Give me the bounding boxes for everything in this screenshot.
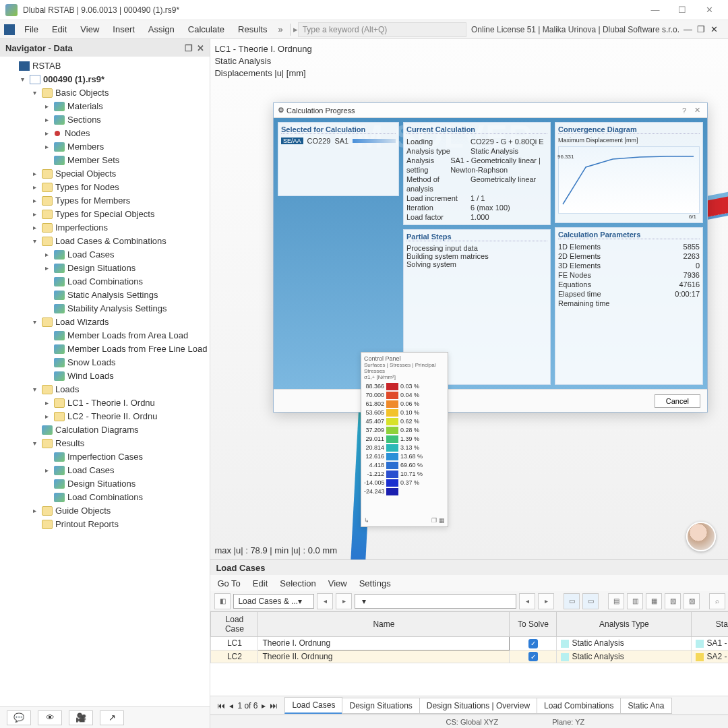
nav-tab-3[interactable]: 🎥 xyxy=(69,710,93,725)
minimize-button[interactable]: — xyxy=(642,5,669,15)
tree-item[interactable]: Calculation Diagrams xyxy=(5,423,210,437)
license-info: Online License 51 | Malika Urinova | Dlu… xyxy=(471,25,684,34)
combo-2[interactable]: ▾ xyxy=(355,594,516,609)
tb-right-icon[interactable]: ▸ xyxy=(538,593,554,609)
tree-item[interactable]: ▾Basic Objects xyxy=(5,86,210,100)
nav-tab-2[interactable]: 👁 xyxy=(38,710,62,725)
tree-item[interactable]: ▾Load Wizards xyxy=(5,315,210,329)
close-button[interactable]: ✕ xyxy=(696,5,723,15)
cancel-button[interactable]: Cancel xyxy=(655,394,700,408)
menu-calculate[interactable]: Calculate xyxy=(181,24,231,34)
bp-menu-selection[interactable]: Selection xyxy=(280,578,315,588)
tb-sel1-icon[interactable]: ▭ xyxy=(564,593,580,609)
menu-more[interactable]: » xyxy=(274,24,286,34)
prev-combo-icon[interactable]: ◂ xyxy=(317,593,333,609)
panel-toolbar: ◧ Load Cases & ... ▾ ◂ ▸ ▾ ◂ ▸ ▭ ▭ ▤ ▥ ▦… xyxy=(210,591,728,611)
table-row[interactable]: LC2Theorie II. Ordnung✓Static AnalysisSA… xyxy=(211,650,728,663)
bp-menu-edit[interactable]: Edit xyxy=(253,578,268,588)
legend-restore-icon[interactable]: ❐ xyxy=(431,517,437,524)
workspace-close-icon[interactable]: ✕ xyxy=(710,24,724,34)
menu-edit[interactable]: Edit xyxy=(45,24,73,34)
titlebar: Dlubal RSTAB | 9.06.0013 | 000490 (1).rs… xyxy=(0,0,728,20)
tree-item[interactable]: Design Situations xyxy=(5,477,210,491)
load-cases-grid[interactable]: Load Case Name To Solve Analysis Type St… xyxy=(210,611,728,696)
tb-f-icon[interactable]: ⌕ xyxy=(709,593,725,609)
dialog-help-icon[interactable]: ? xyxy=(677,107,692,115)
tree-item[interactable]: ▸Members xyxy=(5,140,210,154)
menu-insert[interactable]: Insert xyxy=(106,24,142,34)
menu-assign[interactable]: Assign xyxy=(142,24,181,34)
user-avatar[interactable] xyxy=(686,522,716,551)
tree-item[interactable]: ▸LC2 - Theorie II. Ordnu xyxy=(5,410,210,423)
tree-item[interactable]: Load Combinations xyxy=(5,275,210,289)
prev-icon[interactable]: ◂ xyxy=(229,701,233,710)
tree-item[interactable]: ▾Results xyxy=(5,437,210,450)
next-combo-icon[interactable]: ▸ xyxy=(336,593,352,609)
tree-item[interactable]: Wind Loads xyxy=(5,369,210,383)
tree-item[interactable]: Static Analysis Settings xyxy=(5,289,210,302)
toolbar-icon[interactable]: ◧ xyxy=(214,593,231,609)
tree-item[interactable]: ▸LC1 - Theorie I. Ordnu xyxy=(5,396,210,410)
workspace-restore-icon[interactable]: ❐ xyxy=(697,24,710,34)
tree-item[interactable]: ▸Types for Members xyxy=(5,194,210,208)
control-panel[interactable]: Control Panel Surfaces | Stresses | Prin… xyxy=(361,352,448,527)
first-icon[interactable]: ⏮ xyxy=(217,701,225,710)
tb-b-icon[interactable]: ▥ xyxy=(627,593,643,609)
legend-tool-icon[interactable]: ↳ xyxy=(364,517,369,524)
tab-design-situations[interactable]: Design Situations xyxy=(342,698,419,714)
tree-item[interactable]: Member Sets xyxy=(5,154,210,167)
tree-item[interactable]: ▸Load Cases xyxy=(5,464,210,477)
last-icon[interactable]: ⏭ xyxy=(270,701,278,710)
tb-a-icon[interactable]: ▤ xyxy=(608,593,624,609)
tab-load-cases[interactable]: Load Cases xyxy=(284,697,342,714)
dialog-close-icon[interactable]: ✕ xyxy=(692,106,703,115)
tree-item[interactable]: ▾Loads xyxy=(5,383,210,396)
workspace-min-icon[interactable]: — xyxy=(684,24,697,34)
table-row[interactable]: LC1Theorie I. Ordnung✓Static AnalysisSA1… xyxy=(211,637,728,650)
nav-tab-1[interactable]: 💬 xyxy=(7,710,31,725)
next-icon[interactable]: ▸ xyxy=(262,701,266,710)
panel-pin-icon[interactable]: ❐ xyxy=(185,43,193,53)
menu-results[interactable]: Results xyxy=(231,24,274,34)
bp-menu-settings[interactable]: Settings xyxy=(359,578,391,588)
tree-item[interactable]: Imperfection Cases xyxy=(5,450,210,464)
tree-item[interactable]: ▸Special Objects xyxy=(5,167,210,181)
legend-settings-icon[interactable]: ▦ xyxy=(439,517,445,524)
menu-file[interactable]: File xyxy=(18,24,45,34)
navigator-header: Navigator - Data ❐✕ xyxy=(0,39,210,57)
navigator-tree[interactable]: RSTAB ▾000490 (1).rs9*▾Basic Objects▸Mat… xyxy=(0,57,210,706)
tree-item[interactable]: ▾Load Cases & Combinations xyxy=(5,235,210,248)
tree-item[interactable]: ▸Types for Nodes xyxy=(5,181,210,194)
tab-design-situations-overview[interactable]: Design Situations | Overview xyxy=(419,698,537,714)
tree-item[interactable]: ▸Imperfections xyxy=(5,221,210,235)
nav-tab-4[interactable]: ↗ xyxy=(100,710,124,725)
tree-item[interactable]: Member Loads from Free Line Load xyxy=(5,342,210,356)
combo-loadcases[interactable]: Load Cases & ... ▾ xyxy=(233,594,314,609)
tree-item[interactable]: Stability Analysis Settings xyxy=(5,302,210,315)
tree-item[interactable]: ▸Nodes xyxy=(5,127,210,140)
menu-view[interactable]: View xyxy=(73,24,106,34)
maximize-button[interactable]: ☐ xyxy=(669,5,696,15)
tree-item[interactable]: Printout Reports xyxy=(5,518,210,531)
tab-static-ana[interactable]: Static Ana xyxy=(620,698,671,714)
tree-item[interactable]: ▸Types for Special Objects xyxy=(5,208,210,221)
tree-item[interactable]: ▸Load Cases xyxy=(5,248,210,262)
pager-label: 1 of 6 xyxy=(237,701,257,710)
tree-item[interactable]: ▸Sections xyxy=(5,113,210,127)
tb-c-icon[interactable]: ▦ xyxy=(646,593,662,609)
panel-close-icon[interactable]: ✕ xyxy=(197,43,204,53)
tree-item[interactable]: Member Loads from Area Load xyxy=(5,329,210,342)
tb-left-icon[interactable]: ◂ xyxy=(519,593,535,609)
tb-sel2-icon[interactable]: ▭ xyxy=(582,593,599,609)
bp-menu-goto[interactable]: Go To xyxy=(217,578,240,588)
tab-load-combinations[interactable]: Load Combinations xyxy=(537,698,621,714)
bp-menu-view[interactable]: View xyxy=(328,578,347,588)
tb-d-icon[interactable]: ▧ xyxy=(665,593,681,609)
tree-item[interactable]: Snow Loads xyxy=(5,356,210,369)
keyword-search[interactable]: Type a keyword (Alt+Q) xyxy=(298,22,466,37)
tree-item[interactable]: ▸Design Situations xyxy=(5,262,210,275)
tree-item[interactable]: Load Combinations xyxy=(5,491,210,504)
tb-e-icon[interactable]: ▨ xyxy=(684,593,700,609)
tree-item[interactable]: ▸Guide Objects xyxy=(5,504,210,518)
tree-item[interactable]: ▸Materials xyxy=(5,100,210,113)
